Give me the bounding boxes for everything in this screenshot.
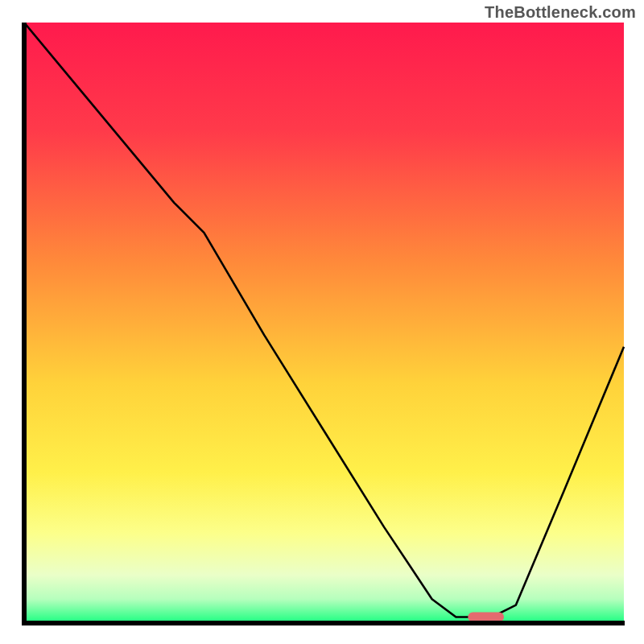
chart-stage: TheBottleneck.com — [0, 0, 644, 644]
optimal-range-marker — [468, 613, 504, 622]
gradient-field — [24, 23, 624, 623]
watermark-text: TheBottleneck.com — [485, 3, 636, 22]
bottleneck-chart — [19, 23, 625, 628]
plot-container — [19, 23, 625, 628]
